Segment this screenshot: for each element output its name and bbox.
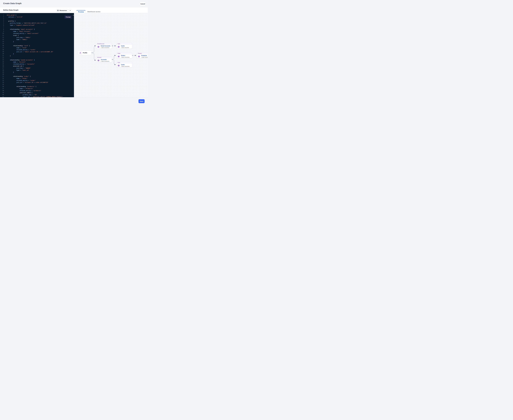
code-line[interactable]: 28type = "user_id" bbox=[0, 69, 73, 71]
code-text: primary_key = "ID" bbox=[23, 94, 37, 96]
code-line[interactable]: 35 bbox=[0, 83, 73, 85]
table-icon bbox=[138, 55, 140, 58]
code-line[interactable]: 1data_graph { bbox=[0, 14, 73, 16]
code-line[interactable]: 41table_ref = "ENTITIES.ENTITY_COMMON.OR… bbox=[0, 96, 73, 97]
entity-title-link[interactable]: Orders bbox=[121, 55, 125, 56]
code-line[interactable]: 15 bbox=[0, 43, 73, 45]
line-number: 40 bbox=[0, 94, 4, 96]
code-line[interactable]: 32name = "Order" bbox=[0, 77, 73, 79]
line-number: 31 bbox=[0, 75, 4, 77]
code-text: related_entity = "email-account" bbox=[13, 32, 39, 34]
node-card-top[interactable]: CardCards1 data consumer bbox=[116, 43, 132, 49]
node-order[interactable]: OrderOrders1 data consumers bbox=[116, 52, 132, 59]
code-text: } bbox=[13, 71, 14, 73]
resources-button[interactable]: Resources bbox=[56, 9, 68, 12]
line-number: 33 bbox=[0, 79, 4, 82]
entity-group-label: Account bbox=[96, 57, 112, 58]
code-line[interactable]: 12join_key = "EMAIL" bbox=[0, 37, 73, 38]
code-line[interactable]: 29} bbox=[0, 71, 73, 73]
code-line[interactable]: 19join_on = "email-account.ID = card.ACC… bbox=[0, 51, 73, 53]
code-line[interactable]: 17name = "Card" bbox=[0, 47, 73, 49]
entity-consumers-label: 1 data consumer bbox=[141, 57, 148, 58]
node-account[interactable]: AccountAccounts2 data consumers bbox=[96, 57, 112, 62]
code-line[interactable]: 40primary_key = "ID" bbox=[0, 94, 73, 96]
line-number: 24 bbox=[0, 61, 4, 63]
code-text: join_key = "EMAIL" bbox=[16, 37, 31, 38]
code-line[interactable]: 26external_id { bbox=[0, 65, 73, 67]
code-line[interactable]: 38related_entity = "products" bbox=[0, 90, 73, 92]
tab-preview-label: Preview bbox=[78, 11, 84, 13]
code-line[interactable]: 10related_entity = "email-account" bbox=[0, 32, 73, 34]
node-card-bottom[interactable]: CardCards1 data consumers bbox=[116, 62, 132, 68]
entity-title-link[interactable]: Cards bbox=[121, 45, 124, 47]
code-text: join_on = "account.ID = order.ACCOUNTID" bbox=[16, 82, 48, 83]
code-line[interactable]: 3 bbox=[0, 18, 73, 20]
code-line[interactable]: 33related_entity = "order" bbox=[0, 79, 73, 82]
entity-title-link[interactable]: Cards bbox=[121, 64, 124, 65]
panel-divider[interactable] bbox=[73, 13, 74, 97]
code-line[interactable]: 8relationship "email-accounts" { bbox=[0, 28, 73, 30]
entity-title-link[interactable]: Email Accounts bbox=[101, 45, 110, 47]
node-profile[interactable]: Profile bbox=[78, 51, 92, 55]
code-line[interactable]: 27join_key = "OWNER" bbox=[0, 67, 73, 69]
code-line[interactable]: 16relationship "card" { bbox=[0, 45, 73, 47]
line-number: 32 bbox=[0, 77, 4, 79]
code-line[interactable]: 6type = "segment:unmaterialized" bbox=[0, 24, 73, 26]
tab-preview[interactable]: Preview bbox=[76, 10, 85, 13]
format-button[interactable]: Format bbox=[65, 15, 72, 19]
page-title: Create Data Graph bbox=[3, 2, 22, 5]
code-line[interactable]: 36relationship "products" { bbox=[0, 85, 73, 88]
entity-title-link[interactable]: Products bbox=[141, 55, 147, 56]
divider-scroll-handle[interactable] bbox=[73, 15, 74, 15]
line-number: 14 bbox=[0, 41, 4, 43]
code-line[interactable]: 22 bbox=[0, 57, 73, 59]
code-line[interactable]: 5profile_folder = "ENTITIES.ENTITY_E2E_T… bbox=[0, 22, 73, 24]
code-line[interactable]: 9name = "Email Account" bbox=[0, 30, 73, 32]
code-line[interactable]: 23relationship "owned-accounts" { bbox=[0, 59, 73, 61]
code-line[interactable]: 13name = "EMAIL" bbox=[0, 38, 73, 41]
line-number: 35 bbox=[0, 83, 4, 85]
code-line[interactable]: 20} bbox=[0, 53, 73, 55]
line-number: 21 bbox=[0, 55, 4, 57]
code-line[interactable]: 21} bbox=[0, 55, 73, 57]
toolbar-strip: Define Data Graph Resources « Preview Wa… bbox=[0, 8, 148, 13]
code-line[interactable]: 24name = "Account" bbox=[0, 61, 73, 63]
line-number: 29 bbox=[0, 71, 4, 73]
line-number: 5 bbox=[0, 22, 4, 24]
collapse-panel-button[interactable]: « bbox=[69, 9, 72, 12]
line-number: 13 bbox=[0, 38, 4, 41]
tab-warehouse-label: Warehouse access bbox=[87, 11, 100, 13]
code-line[interactable]: 11trait { bbox=[0, 34, 73, 37]
code-line[interactable]: 25related_entity = "accounts" bbox=[0, 63, 73, 65]
code-line[interactable]: 31relationship "order" { bbox=[0, 75, 73, 77]
tab-warehouse-access[interactable]: Warehouse access bbox=[86, 10, 102, 13]
code-line[interactable]: 4profile { bbox=[0, 20, 73, 22]
line-number: 10 bbox=[0, 32, 4, 34]
code-line[interactable]: 37name = "Products" bbox=[0, 88, 73, 90]
line-number: 6 bbox=[0, 24, 4, 26]
line-number: 34 bbox=[0, 82, 4, 83]
entity-title-link[interactable]: Accounts bbox=[101, 59, 107, 60]
code-line[interactable]: 14} bbox=[0, 41, 73, 43]
save-button[interactable]: Save bbox=[138, 99, 145, 103]
code-text: name = "Email Account" bbox=[13, 30, 31, 32]
code-editor[interactable]: 1data_graph {2version = "v1.0.0"34profil… bbox=[0, 13, 73, 97]
resources-label: Resources bbox=[60, 10, 67, 11]
code-text: name = "Card" bbox=[16, 47, 27, 49]
edge-profile-account bbox=[92, 53, 96, 60]
edge-account-order bbox=[112, 55, 116, 60]
code-line[interactable]: 18related_entity = "cards" bbox=[0, 49, 73, 51]
code-line[interactable]: 34join_on = "account.ID = order.ACCOUNTI… bbox=[0, 82, 73, 83]
code-line[interactable]: 30 bbox=[0, 73, 73, 75]
line-number: 1 bbox=[0, 14, 4, 16]
node-email-account[interactable]: Email AccountEmail Accounts1 data consum… bbox=[96, 43, 112, 49]
line-number: 17 bbox=[0, 47, 4, 49]
node-product[interactable]: ProductProducts1 data consumer bbox=[137, 52, 148, 59]
entity-group-label: Card bbox=[116, 62, 132, 63]
table-icon bbox=[97, 45, 100, 48]
cancel-button[interactable]: Cancel bbox=[140, 2, 146, 6]
code-line[interactable]: 39junction_table { bbox=[0, 92, 73, 94]
preview-canvas[interactable]: Profile Email AccountEmail Accounts1 dat… bbox=[74, 13, 148, 97]
code-line[interactable]: 7 bbox=[0, 26, 73, 28]
code-line[interactable]: 2version = "v1.0.0" bbox=[0, 16, 73, 18]
